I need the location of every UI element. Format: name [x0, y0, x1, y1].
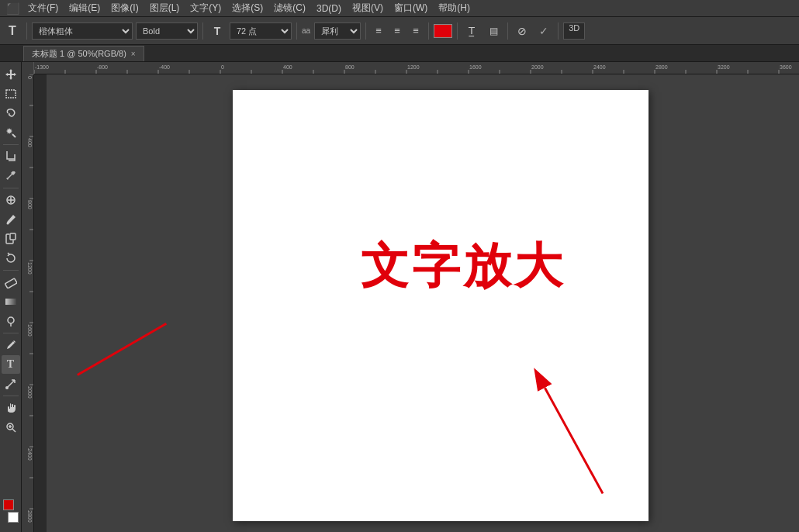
marquee-tool[interactable]: [2, 85, 20, 103]
tab-close-btn[interactable]: ×: [131, 50, 136, 58]
healing-tool[interactable]: [2, 191, 20, 209]
foreground-color-swatch[interactable]: [3, 499, 14, 510]
tool-sep5: [3, 396, 19, 396]
eyedropper-tool[interactable]: [2, 167, 20, 185]
dodge-tool[interactable]: [2, 312, 20, 330]
menu-select[interactable]: 选择(S): [227, 0, 268, 16]
eraser-tool[interactable]: [2, 273, 20, 292]
font-style-select[interactable]: Bold Regular Italic: [136, 22, 198, 40]
menu-help[interactable]: 帮助(H): [434, 0, 475, 16]
move-tool[interactable]: [2, 65, 20, 84]
lasso-tool[interactable]: [2, 104, 20, 123]
svg-line-13: [12, 429, 16, 432]
text-tool-icon: T: [3, 22, 22, 40]
document-tab[interactable]: 未标题 1 @ 50%(RGB/8) ×: [23, 46, 144, 61]
sep5: [428, 22, 429, 40]
history-brush-tool[interactable]: [2, 249, 20, 268]
clone-tool[interactable]: [2, 230, 20, 248]
background-color-swatch[interactable]: [8, 512, 19, 523]
font-size-icon: T: [208, 22, 227, 40]
font-family-select[interactable]: 楷体粗体 宋体 黑体: [32, 22, 133, 40]
aa-label: aa: [302, 26, 310, 35]
optionsbar: T 楷体粗体 宋体 黑体 Bold Regular Italic T 72 点 …: [0, 17, 799, 45]
sep3: [296, 22, 297, 40]
confirm-transform-icon[interactable]: ✓: [534, 22, 553, 40]
aa-mode-select[interactable]: 犀利 锐利 浑厚 平滑: [314, 22, 361, 40]
canvas-text: 文字放大: [361, 233, 566, 299]
annotation-arrow-line2: [78, 323, 167, 375]
svg-line-1: [12, 134, 16, 137]
menu-view[interactable]: 视图(V): [348, 0, 388, 16]
svg-point-9: [8, 317, 14, 323]
sep8: [558, 22, 559, 40]
font-size-select[interactable]: 72 点 48 点 36 点 24 点: [230, 22, 292, 40]
color-swatches: [2, 499, 20, 523]
tool-sep4: [3, 333, 19, 333]
menu-window[interactable]: 窗口(W): [389, 0, 432, 16]
document-canvas: 文字放大: [233, 90, 649, 521]
tool-sep2: [3, 188, 19, 188]
tool-sep3: [3, 270, 19, 271]
menu-image[interactable]: 图像(I): [106, 0, 143, 16]
ruler-vertical: [22, 74, 34, 532]
3d-mode-btn[interactable]: 3D: [563, 22, 585, 40]
warp-text-icon[interactable]: T̲: [462, 22, 481, 40]
sep6: [457, 22, 458, 40]
menubar: ⬛ 文件(F) 编辑(E) 图像(I) 图层(L) 文字(Y) 选择(S) 滤镜…: [0, 0, 799, 17]
crop-tool[interactable]: [2, 147, 20, 166]
svg-point-5: [6, 223, 9, 225]
left-toolbar: T: [0, 62, 22, 532]
menu-3d[interactable]: 3D(D): [312, 2, 346, 16]
svg-rect-0: [6, 90, 16, 98]
text-color-swatch[interactable]: [434, 24, 452, 38]
svg-point-11: [5, 386, 9, 389]
sep4: [365, 22, 366, 40]
tab-label: 未标题 1 @ 50%(RGB/8): [32, 48, 126, 60]
menu-filter[interactable]: 滤镜(C): [269, 0, 310, 16]
sep7: [507, 22, 508, 40]
character-panel-icon[interactable]: ▤: [484, 22, 503, 40]
sep2: [202, 22, 203, 40]
menu-layer[interactable]: 图层(L): [145, 0, 185, 16]
gradient-tool[interactable]: [2, 292, 20, 311]
text-tool[interactable]: T: [2, 355, 20, 374]
align-left-btn[interactable]: ≡: [371, 23, 386, 39]
align-right-btn[interactable]: ≡: [408, 23, 424, 39]
pen-tool[interactable]: [2, 336, 20, 354]
svg-rect-6: [10, 233, 16, 240]
zoom-tool[interactable]: [2, 418, 20, 437]
tabbar: 未标题 1 @ 50%(RGB/8) ×: [0, 45, 799, 62]
brush-tool[interactable]: [2, 210, 20, 229]
hand-tool[interactable]: [2, 399, 20, 417]
sep1: [26, 22, 27, 40]
app-icon: ⬛: [3, 0, 22, 18]
main-area: T: [0, 62, 799, 532]
svg-rect-7: [5, 278, 17, 288]
menu-edit[interactable]: 编辑(E): [64, 0, 105, 16]
tool-sep1: [3, 144, 19, 145]
canvas-area: 文字放大: [22, 62, 799, 532]
workspace[interactable]: 文字放大: [47, 74, 799, 532]
svg-rect-8: [5, 299, 16, 305]
ruler-horizontal: [34, 62, 799, 74]
magic-wand-tool[interactable]: [2, 123, 20, 142]
menu-file[interactable]: 文件(F): [23, 0, 63, 16]
path-select-tool[interactable]: [2, 375, 20, 393]
cancel-transform-icon[interactable]: ⊘: [513, 22, 531, 40]
align-center-btn[interactable]: ≡: [389, 23, 405, 39]
menu-text[interactable]: 文字(Y): [185, 0, 226, 16]
